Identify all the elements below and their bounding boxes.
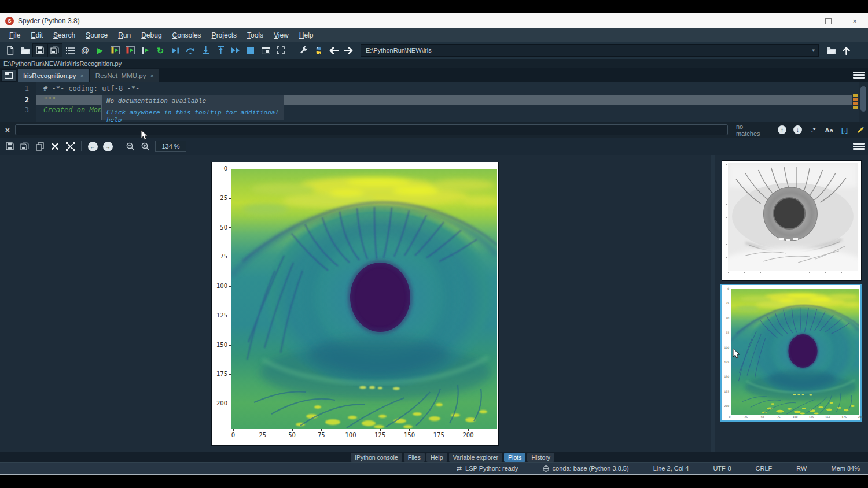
step-into-button[interactable] [198,43,213,57]
save-button[interactable] [32,43,47,57]
arrow-left-icon [329,47,339,54]
find-previous-button[interactable]: ↑ [774,125,790,134]
save-all-button[interactable] [47,43,62,57]
close-find-button[interactable]: × [0,125,15,135]
lsp-status: ⇄ LSP Python: ready [457,465,518,472]
working-directory-input[interactable] [361,47,812,54]
whole-word-toggle-button[interactable]: [-] [837,127,852,134]
zoom-in-button[interactable] [138,139,153,153]
menu-bar: File Edit Search Source Run Debug Consol… [0,28,868,42]
run-selection-icon [141,46,150,54]
menu-search[interactable]: Search [49,29,80,41]
fullscreen-button[interactable] [273,43,288,57]
rerun-button[interactable]: ↻ [153,43,168,57]
conda-status[interactable]: conda: base (Python 3.8.5) [543,465,629,472]
stop-button[interactable] [243,43,258,57]
tab-history[interactable]: History [527,453,554,462]
case-icon: Aa [825,127,833,134]
pane-splitter[interactable] [711,155,715,452]
close-button[interactable]: × [841,13,868,28]
tab-plots[interactable]: Plots [504,453,525,462]
menu-consoles[interactable]: Consoles [168,29,206,41]
tab-files[interactable]: Files [404,453,425,462]
save-plot-button[interactable] [2,139,17,153]
menu-view[interactable]: View [269,29,293,41]
arrow-up-icon: ↑ [778,125,786,134]
tab-resnet-mmu[interactable]: ResNet_MMU.py × [90,69,159,82]
menu-run[interactable]: Run [113,29,135,41]
run-cell-button[interactable] [108,43,123,57]
tab-variable-explorer[interactable]: Variable explorer [449,453,503,462]
preferences-button[interactable] [296,43,311,57]
remove-all-plots-button[interactable] [62,139,78,153]
zoom-out-icon [126,142,135,151]
tick-label: 50 [759,416,766,419]
outline-button[interactable] [62,43,78,57]
menu-debug[interactable]: Debug [137,29,166,41]
new-file-button[interactable] [2,43,17,57]
zoom-out-button[interactable] [123,139,138,153]
step-over-icon [186,47,195,54]
menu-help[interactable]: Help [295,29,318,41]
tab-label: ResNet_MMU.py [95,72,146,79]
main-plot[interactable]: 0255075100125150175200 02550751001251501… [211,162,499,446]
plot-thumbnail-grayscale[interactable] [722,160,862,281]
case-sensitive-toggle-button[interactable]: Aa [821,127,837,134]
rerun-icon: ↻ [157,46,164,55]
maximize-button[interactable] [815,13,841,28]
save-all-plots-button[interactable] [17,139,32,153]
run-cell-advance-icon [126,46,135,54]
next-plot-button[interactable]: → [100,139,115,153]
browse-directory-button[interactable] [823,43,838,57]
run-selection-button[interactable] [138,43,153,57]
letterbox [0,475,868,488]
copy-plot-button[interactable] [32,139,47,153]
tab-irisrecognition[interactable]: IrisRecognition.py × [18,69,89,82]
plot-thumbnail-viridis-selected[interactable]: 0255075100125150175200 02550751001251501… [720,284,862,422]
zoom-level-value[interactable]: 134 % [155,141,186,152]
maximize-pane-button[interactable] [258,43,273,57]
close-tab-icon[interactable]: × [150,72,153,79]
step-over-button[interactable] [183,43,198,57]
find-input[interactable] [15,124,728,135]
find-bar: × no matches ↑ ↓ .* Aa [-] [0,122,868,138]
run-file-button[interactable]: ▶ [93,43,108,57]
menu-tools[interactable]: Tools [242,29,268,41]
code-editor[interactable]: 1 2 3 # -*- coding: utf-8 -*- """ Create… [0,82,868,122]
minimize-button[interactable] [788,13,815,28]
scrollbar-thumb[interactable] [860,86,866,112]
continue-button[interactable] [228,43,243,57]
menu-edit[interactable]: Edit [26,29,47,41]
pythonpath-button[interactable] [311,43,326,57]
list-icon [66,47,75,54]
find-symbols-button[interactable]: @ [78,43,93,57]
step-return-button[interactable] [213,43,228,57]
plots-options-menu-button[interactable] [853,142,865,151]
browse-tabs-button[interactable] [1,69,16,82]
editor-options-menu-button[interactable] [853,71,865,80]
back-button[interactable] [326,43,341,57]
find-next-button[interactable]: ↓ [790,125,806,134]
previous-plot-button[interactable]: ← [85,139,100,153]
editor-scrollbar[interactable] [859,82,868,122]
menu-file[interactable]: File [5,29,25,41]
tick-label: 125 [372,432,388,438]
close-tab-icon[interactable]: × [80,72,83,79]
debug-file-button[interactable] [168,43,183,57]
chevron-down-icon[interactable]: ▾ [812,47,818,53]
regex-toggle-button[interactable]: .* [806,127,821,134]
tick-label: 100 [792,416,799,419]
run-cell-advance-button[interactable] [123,43,138,57]
tab-ipython-console[interactable]: IPython console [351,453,402,462]
tick-label: 200 [212,400,227,407]
remove-plot-button[interactable] [47,139,62,153]
stop-icon [247,47,254,54]
menu-source[interactable]: Source [81,29,112,41]
menu-projects[interactable]: Projects [207,29,241,41]
open-file-button[interactable] [17,43,32,57]
forward-button[interactable] [341,43,356,57]
documentation-tooltip[interactable]: No documentation available Click anywher… [101,95,284,120]
tab-help[interactable]: Help [426,453,447,462]
highlight-matches-button[interactable] [852,126,868,134]
parent-directory-button[interactable] [838,43,854,57]
